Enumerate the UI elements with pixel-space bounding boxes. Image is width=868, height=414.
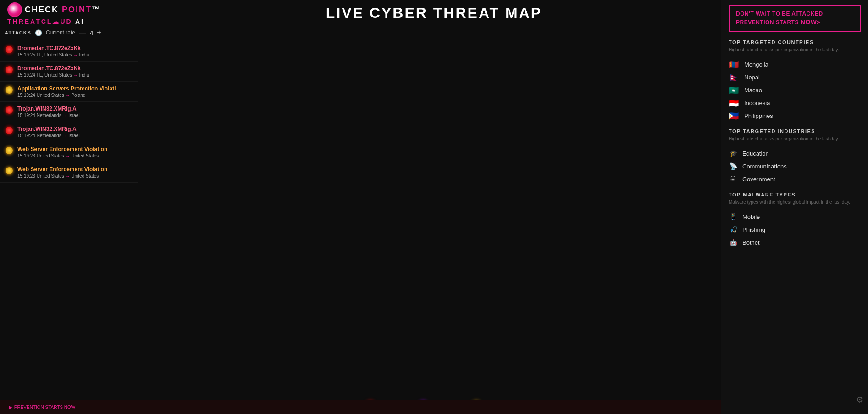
- phishing-icon: 🎣: [729, 226, 738, 233]
- country-item-mongolia: 🇲🇳 Mongolia: [729, 58, 861, 71]
- attack-detail-3: 15:19:24 Netherlands → Israel: [17, 113, 132, 118]
- attack-item-5[interactable]: Web Server Enforcement Violation 15:19:2…: [0, 142, 138, 162]
- attack-name-3: Trojan.WIN32.XMRig.A: [17, 106, 127, 112]
- attack-item-6[interactable]: Web Server Enforcement Violation 15:19:2…: [0, 162, 138, 183]
- attack-detail-2: 15:19:24 United States → Poland: [17, 93, 132, 98]
- malware-name-mobile: Mobile: [742, 213, 760, 220]
- right-sidebar: DON'T WAIT TO BE ATTACKED PREVENTION STA…: [721, 0, 868, 414]
- malware-list: 📱 Mobile 🎣 Phishing 🤖 Botnet: [729, 210, 861, 249]
- logo-text: CHECK POINT™: [25, 5, 101, 15]
- industry-government: 🏛 Government: [729, 173, 861, 185]
- attacks-label: ATTACKS: [5, 30, 31, 35]
- top-malware-subtitle: Malware types with the highest global im…: [729, 199, 861, 206]
- country-item-indonesia: 🇮🇩 Indonesia: [729, 96, 861, 109]
- malware-name-phishing: Phishing: [742, 226, 765, 233]
- malware-mobile: 📱 Mobile: [729, 210, 861, 223]
- attack-info-0: Dromedan.TC.872eZxKk 15:19:25 FL, United…: [17, 45, 132, 57]
- top-malware-title: TOP MALWARE TYPES: [729, 192, 861, 197]
- threatcloud-text: THREATCL☁UD AI: [7, 18, 101, 25]
- flag-mongolia: 🇲🇳: [729, 61, 740, 68]
- attack-item-4[interactable]: Trojan.WIN32.XMRig.A 15:19:24 Netherland…: [0, 122, 138, 142]
- attack-item-2[interactable]: Application Servers Protection Violati..…: [0, 82, 138, 102]
- government-icon: 🏛: [729, 175, 738, 183]
- attack-info-4: Trojan.WIN32.XMRig.A 15:19:24 Netherland…: [17, 126, 132, 138]
- attack-detail-5: 15:19:23 United States → United States: [17, 153, 132, 158]
- country-name-nepal: Nepal: [744, 74, 760, 81]
- attack-item-0[interactable]: Dromedan.TC.872eZxKk 15:19:25 FL, United…: [0, 41, 138, 62]
- logo-top: CHECK POINT™: [7, 2, 101, 17]
- attack-dot-exploit-6: [6, 167, 13, 174]
- country-name-mongolia: Mongolia: [744, 61, 768, 68]
- flag-macao: 🇲🇴: [729, 86, 740, 94]
- rate-minus-button[interactable]: —: [79, 28, 86, 37]
- header: CHECK POINT™ THREATCL☁UD AI LIVE CYBER T…: [0, 0, 868, 28]
- attack-detail-4: 15:19:24 Netherlands → Israel: [17, 133, 132, 138]
- attack-rate-bar: ATTACKS 🕐 Current rate — 4 +: [5, 28, 101, 37]
- country-item-philippines: 🇵🇭 Philippines: [729, 109, 861, 122]
- settings-icon[interactable]: ⚙: [856, 395, 863, 405]
- education-icon: 🎓: [729, 150, 738, 157]
- attack-dot-malware-4: [6, 127, 13, 134]
- country-name-philippines: Philippines: [744, 112, 773, 119]
- country-item-nepal: 🇳🇵 Nepal: [729, 71, 861, 84]
- attack-dot-malware-0: [6, 46, 13, 53]
- attack-detail-0: 15:19:25 FL, United States → India: [17, 52, 132, 57]
- attack-info-3: Trojan.WIN32.XMRig.A 15:19:24 Netherland…: [17, 106, 132, 118]
- attack-dot-exploit-2: [6, 86, 13, 94]
- attack-name-1: Dromedan.TC.872eZxKk: [17, 65, 127, 72]
- attack-name-5: Web Server Enforcement Violation: [17, 146, 127, 152]
- industry-education: 🎓 Education: [729, 147, 861, 160]
- attack-name-0: Dromedan.TC.872eZxKk: [17, 45, 127, 51]
- bottom-banner-text: ▶ PREVENTION STARTS NOW: [9, 405, 75, 410]
- logo-area: CHECK POINT™ THREATCL☁UD AI: [7, 2, 101, 25]
- industry-name-education: Education: [742, 150, 769, 157]
- attack-info-1: Dromedan.TC.872eZxKk 15:19:24 FL, United…: [17, 65, 132, 78]
- top-countries-subtitle: Highest rate of attacks per organization…: [729, 47, 861, 53]
- flag-indonesia: 🇮🇩: [729, 99, 740, 106]
- malware-name-botnet: Botnet: [742, 239, 760, 246]
- bottom-banner: ▶ PREVENTION STARTS NOW: [0, 400, 721, 414]
- country-item-macao: 🇲🇴 Macao: [729, 84, 861, 96]
- rate-plus-button[interactable]: +: [97, 28, 101, 37]
- flag-nepal: 🇳🇵: [729, 73, 740, 81]
- flag-philippines: 🇵🇭: [729, 112, 740, 119]
- page-title: LIVE CYBER THREAT MAP: [326, 5, 542, 22]
- rate-value: 4: [90, 29, 93, 36]
- industry-name-government: Government: [742, 176, 775, 183]
- attack-dot-exploit-5: [6, 147, 13, 154]
- attack-info-5: Web Server Enforcement Violation 15:19:2…: [17, 146, 132, 158]
- attack-item-1[interactable]: Dromedan.TC.872eZxKk 15:19:24 FL, United…: [0, 62, 138, 82]
- attack-log: Dromedan.TC.872eZxKk 15:19:25 FL, United…: [0, 41, 138, 183]
- logo-circle: [7, 2, 22, 17]
- current-rate-label: Current rate: [46, 29, 75, 36]
- attack-detail-6: 15:19:23 United States → United States: [17, 173, 132, 179]
- mobile-icon: 📱: [729, 213, 738, 220]
- top-countries-title: TOP TARGETED COUNTRIES: [729, 39, 861, 45]
- communications-icon: 📡: [729, 162, 738, 170]
- country-name-macao: Macao: [744, 87, 762, 94]
- countries-list: 🇲🇳 Mongolia 🇳🇵 Nepal 🇲🇴 Macao 🇮🇩 Indones…: [729, 58, 861, 122]
- industry-name-communications: Communications: [742, 163, 787, 170]
- clock-icon: 🕐: [35, 29, 42, 36]
- industry-communications: 📡 Communications: [729, 160, 861, 173]
- attack-name-4: Trojan.WIN32.XMRig.A: [17, 126, 127, 132]
- malware-botnet: 🤖 Botnet: [729, 236, 861, 249]
- industries-list: 🎓 Education 📡 Communications 🏛 Governmen…: [729, 147, 861, 185]
- attack-dot-malware-1: [6, 66, 13, 73]
- top-industries-subtitle: Highest rate of attacks per organization…: [729, 136, 861, 142]
- country-name-indonesia: Indonesia: [744, 100, 770, 106]
- attack-name-2: Application Servers Protection Violati..…: [17, 85, 127, 92]
- attack-info-6: Web Server Enforcement Violation 15:19:2…: [17, 166, 132, 179]
- attack-dot-malware-3: [6, 106, 13, 114]
- attack-info-2: Application Servers Protection Violati..…: [17, 85, 132, 98]
- attack-name-6: Web Server Enforcement Violation: [17, 166, 127, 173]
- top-industries-title: TOP TARGETED INDUSTRIES: [729, 129, 861, 134]
- attack-detail-1: 15:19:24 FL, United States → India: [17, 73, 132, 78]
- botnet-icon: 🤖: [729, 239, 738, 246]
- attack-item-3[interactable]: Trojan.WIN32.XMRig.A 15:19:24 Netherland…: [0, 102, 138, 122]
- malware-phishing: 🎣 Phishing: [729, 223, 861, 236]
